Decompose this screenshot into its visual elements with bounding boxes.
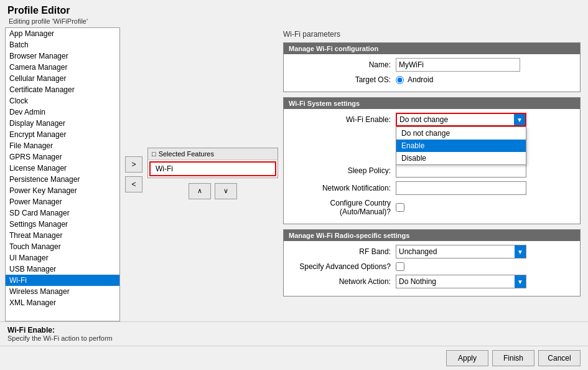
feature-list-item[interactable]: Settings Manager — [6, 219, 119, 230]
wifi-enable-value: Do not change — [399, 115, 448, 124]
feature-list-item[interactable]: Certificate Manager — [6, 84, 119, 95]
feature-list-item[interactable]: Wireless Manager — [6, 286, 119, 297]
wifi-system-header: Wi-Fi System settings — [284, 98, 580, 109]
network-action-label: Network Action: — [290, 277, 396, 286]
option-enable[interactable]: Enable — [396, 140, 526, 152]
android-radio[interactable] — [396, 76, 404, 84]
finish-button[interactable]: Finish — [492, 350, 534, 366]
feature-list-item[interactable]: SD Card Manager — [6, 207, 119, 219]
right-panel-title: Wi-Fi parameters — [283, 30, 581, 39]
name-input[interactable] — [396, 58, 520, 72]
selected-feature-item[interactable]: Wi-Fi — [149, 161, 276, 176]
network-action-row: Network Action: Do Nothing ▼ — [290, 275, 574, 288]
move-down-button[interactable]: ∨ — [215, 183, 237, 199]
feature-list-item[interactable]: UI Manager — [6, 252, 119, 263]
right-panel: Wi-Fi parameters Manage Wi-Fi configurat… — [281, 27, 583, 321]
specify-advanced-row: Specify Advanced Options? — [290, 262, 574, 271]
network-notification-label: Network Notification: — [290, 184, 396, 192]
selected-features-panel: □ Selected Features Wi-Fi — [147, 148, 278, 178]
rf-band-arrow: ▼ — [515, 245, 526, 258]
rf-band-row: RF Band: Unchanged ▼ — [290, 245, 574, 259]
configure-country-label: Configure Country (Auto/Manual)? — [290, 199, 396, 216]
network-notification-row: Network Notification: — [290, 181, 574, 195]
rf-band-dropdown[interactable]: Unchanged ▼ — [396, 245, 526, 259]
feature-list-item[interactable]: Power Key Manager — [6, 185, 119, 196]
wifi-system-body: Wi-Fi Enable: Do not change ▼ Do not cha… — [284, 109, 580, 224]
wifi-radio-section: Manage Wi-Fi Radio-specific settings RF … — [283, 229, 581, 296]
middle-row: > < □ Selected Features Wi-Fi ∧ ∨ — [123, 27, 278, 321]
feature-list-item[interactable]: Camera Manager — [6, 62, 119, 73]
feature-list-item[interactable]: License Manager — [6, 163, 119, 174]
wifi-radio-header: Manage Wi-Fi Radio-specific settings — [284, 230, 580, 241]
option-disable[interactable]: Disable — [396, 152, 526, 164]
window-subtitle: Editing profile 'WiFiProfile' — [7, 17, 581, 25]
sleep-policy-label: Sleep Policy: — [290, 166, 396, 175]
manage-wifi-section: Manage Wi-Fi configuration Name: Target … — [283, 42, 581, 92]
feature-list-item[interactable]: Persistence Manager — [6, 174, 119, 185]
network-notification-field — [396, 181, 526, 195]
name-label: Name: — [290, 60, 396, 69]
network-action-value: Do Nothing — [399, 277, 436, 286]
sleep-policy-row: Sleep Policy: — [290, 164, 574, 178]
manage-wifi-header: Manage Wi-Fi configuration — [284, 43, 580, 54]
feature-list-item[interactable]: Wi-Fi — [6, 275, 119, 286]
specify-advanced-checkbox[interactable] — [396, 262, 404, 271]
arrow-buttons: ∧ ∨ — [147, 181, 278, 202]
feature-list-item[interactable]: Dev Admin — [6, 107, 119, 118]
wifi-radio-body: RF Band: Unchanged ▼ Specify Advanced Op… — [284, 241, 580, 296]
wifi-enable-row: Wi-Fi Enable: Do not change ▼ Do not cha… — [290, 113, 574, 126]
nav-buttons: > < — [123, 156, 145, 192]
main-content: App ManagerBatchBrowser ManagerCamera Ma… — [0, 27, 588, 321]
selected-features-header: □ Selected Features — [148, 148, 278, 160]
feature-list-item[interactable]: Batch — [6, 39, 119, 50]
option-do-not-change[interactable]: Do not change — [396, 127, 526, 140]
name-row: Name: — [290, 58, 574, 72]
feature-list-item[interactable]: GPRS Manager — [6, 151, 119, 163]
specify-advanced-label: Specify Advanced Options? — [290, 262, 396, 271]
configure-country-checkbox[interactable] — [396, 203, 404, 212]
feature-list-item[interactable]: Encrypt Manager — [6, 129, 119, 140]
rf-band-label: RF Band: — [290, 247, 396, 256]
feature-list-item[interactable]: File Manager — [6, 140, 119, 151]
move-up-button[interactable]: ∧ — [189, 183, 211, 199]
main-window: Profile Editor Editing profile 'WiFiProf… — [0, 0, 588, 370]
feature-list-item[interactable]: App Manager — [6, 28, 119, 39]
wifi-enable-dropdown[interactable]: Do not change ▼ — [396, 113, 526, 126]
feature-list-item[interactable]: Display Manager — [6, 118, 119, 129]
target-os-label: Target OS: — [290, 75, 396, 84]
network-action-dropdown[interactable]: Do Nothing ▼ — [396, 275, 526, 288]
feature-list-item[interactable]: XML Manager — [6, 297, 119, 308]
wifi-enable-dropdown-open: Do not change Enable Disable — [396, 126, 526, 165]
android-label: Android — [408, 75, 433, 84]
target-os-radio-group: Android — [396, 75, 433, 84]
feature-list-item[interactable]: Browser Manager — [6, 50, 119, 62]
window-title: Profile Editor — [7, 5, 581, 16]
feature-list-item[interactable]: Touch Manager — [6, 241, 119, 252]
title-bar: Profile Editor Editing profile 'WiFiProf… — [0, 0, 588, 27]
remove-feature-button[interactable]: < — [125, 176, 142, 192]
sleep-policy-field — [396, 164, 526, 178]
feature-list-panel[interactable]: App ManagerBatchBrowser ManagerCamera Ma… — [5, 27, 120, 321]
apply-button[interactable]: Apply — [446, 350, 488, 366]
bottom-buttons: Apply Finish Cancel — [0, 346, 588, 370]
feature-list-item[interactable]: Cellular Manager — [6, 73, 119, 84]
wifi-enable-dropdown-container: Do not change ▼ Do not change Enable Dis… — [396, 113, 526, 126]
network-action-arrow: ▼ — [515, 275, 526, 288]
wifi-enable-label: Wi-Fi Enable: — [290, 115, 396, 124]
feature-list-item[interactable]: Power Manager — [6, 196, 119, 207]
middle-panel: □ Selected Features Wi-Fi ∧ ∨ — [147, 148, 278, 202]
bottom-info-title: Wi-Fi Enable: — [7, 326, 581, 334]
configure-country-row: Configure Country (Auto/Manual)? — [290, 199, 574, 216]
target-os-row: Target OS: Android — [290, 75, 574, 84]
selected-features-title: Selected Features — [159, 150, 214, 158]
rf-band-value: Unchanged — [399, 247, 437, 256]
add-feature-button[interactable]: > — [125, 156, 142, 173]
wifi-enable-dropdown-arrow: ▼ — [514, 114, 525, 125]
bottom-info: Wi-Fi Enable: Specify the Wi-Fi action t… — [0, 321, 588, 346]
manage-wifi-body: Name: Target OS: Android — [284, 54, 580, 92]
feature-list-item[interactable]: USB Manager — [6, 263, 119, 275]
feature-list-item[interactable]: Clock — [6, 95, 119, 107]
collapse-icon: □ — [152, 150, 156, 158]
feature-list-item[interactable]: Threat Manager — [6, 230, 119, 241]
cancel-button[interactable]: Cancel — [538, 350, 581, 366]
